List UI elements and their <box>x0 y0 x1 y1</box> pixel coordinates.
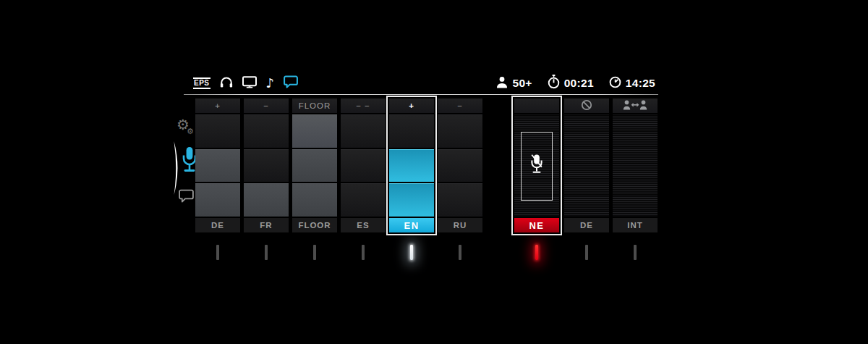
output-header <box>514 98 559 113</box>
indicator-ru <box>459 245 461 260</box>
blocked-icon <box>581 99 592 112</box>
fader-track <box>613 114 658 217</box>
headphones-icon[interactable] <box>220 76 233 91</box>
channel-header: − <box>438 98 482 113</box>
gear-small-icon: ⚙ <box>187 127 194 135</box>
fader-track <box>514 114 559 217</box>
level-cell <box>244 183 289 217</box>
sidebar-item-chat[interactable] <box>179 189 194 206</box>
sidebar-item-settings[interactable]: ⚙ ⚙ <box>176 117 197 139</box>
channel-level <box>244 114 289 217</box>
channel-header: FLOOR <box>292 98 337 113</box>
elapsed-time: 00:21 <box>564 77 594 90</box>
indicator-floor <box>313 245 316 260</box>
channel-level <box>195 114 240 217</box>
channel-label: RU <box>438 218 482 232</box>
output-strip-de[interactable]: DE <box>564 98 609 232</box>
channel-strip-fr[interactable]: − FR <box>244 98 289 232</box>
level-cell <box>195 149 240 183</box>
indicator-int <box>634 245 637 260</box>
output-header <box>613 98 658 113</box>
channel-strip-es[interactable]: − − ES <box>341 98 386 232</box>
channel-level <box>341 114 386 217</box>
indicator-de <box>216 245 219 260</box>
participants-stat: 50+ <box>496 76 532 91</box>
level-cell <box>244 114 289 148</box>
indicator-ne <box>535 245 538 260</box>
channel-strip-en[interactable]: + EN <box>389 98 434 232</box>
indicator-en <box>410 245 413 260</box>
level-cell <box>438 183 482 217</box>
output-label: NE <box>514 218 559 232</box>
level-cell <box>195 114 240 148</box>
participants-count: 50+ <box>512 77 532 90</box>
elapsed-time-stat: 00:21 <box>548 75 594 92</box>
channel-indicator-row <box>195 245 658 261</box>
channel-label: EN <box>389 218 434 232</box>
level-cell <box>195 183 240 217</box>
stopwatch-icon <box>548 75 560 92</box>
channel-label: FLOOR <box>292 218 337 232</box>
microphone-muted-icon <box>529 154 545 179</box>
music-note-icon[interactable]: ♪ <box>266 77 275 90</box>
status-bar-divider <box>184 94 658 95</box>
channel-level <box>438 114 482 217</box>
channel-header: + <box>195 98 240 113</box>
level-cell <box>244 149 289 183</box>
output-label: INT <box>613 218 658 232</box>
status-bar: EPS ♪ <box>185 73 657 93</box>
clock-icon <box>609 76 621 91</box>
fader-track <box>564 114 609 217</box>
status-bar-icons: EPS ♪ <box>185 75 298 91</box>
channel-label: FR <box>244 218 289 232</box>
level-cell <box>341 114 386 148</box>
output-strip-int[interactable]: INT <box>613 98 658 232</box>
level-cell <box>438 114 482 148</box>
channel-level <box>292 114 337 217</box>
output-label: DE <box>564 218 609 232</box>
indicator-de-out <box>585 245 588 260</box>
current-time: 14:25 <box>626 77 655 90</box>
level-cell <box>438 149 482 183</box>
indicator-es <box>362 245 365 260</box>
level-cell <box>341 149 386 183</box>
clock-stat: 14:25 <box>609 76 655 91</box>
level-cell <box>389 114 434 148</box>
channel-label: DE <box>195 218 240 232</box>
handover-icon <box>623 100 647 112</box>
channel-header: − − <box>341 98 386 113</box>
channel-label: ES <box>341 218 386 232</box>
status-bar-stats: 50+ 00:21 <box>496 75 657 92</box>
person-icon <box>496 76 508 91</box>
interpreter-console: EPS ♪ <box>0 0 868 344</box>
level-cell <box>292 114 337 148</box>
channel-level <box>389 114 434 217</box>
channel-strip-area: + DE − FR FLOOR FLOOR <box>195 98 658 233</box>
channel-header: − <box>244 98 289 113</box>
chat-icon[interactable] <box>284 75 298 91</box>
channel-strip-floor[interactable]: FLOOR FLOOR <box>292 98 337 232</box>
output-header <box>564 98 609 113</box>
channel-header: + <box>389 98 434 113</box>
indicator-fr <box>265 245 268 260</box>
level-cell <box>292 183 337 217</box>
output-strip-ne[interactable]: NE <box>514 98 559 232</box>
level-cell <box>389 149 434 183</box>
level-cell <box>292 149 337 183</box>
eps-logo: EPS <box>193 77 210 89</box>
level-cell <box>341 183 386 217</box>
monitor-icon[interactable] <box>242 76 257 91</box>
channel-strip-de[interactable]: + DE <box>195 98 240 232</box>
mute-toggle[interactable] <box>521 132 553 201</box>
channel-strip-ru[interactable]: − RU <box>438 98 482 232</box>
level-cell <box>389 183 434 217</box>
